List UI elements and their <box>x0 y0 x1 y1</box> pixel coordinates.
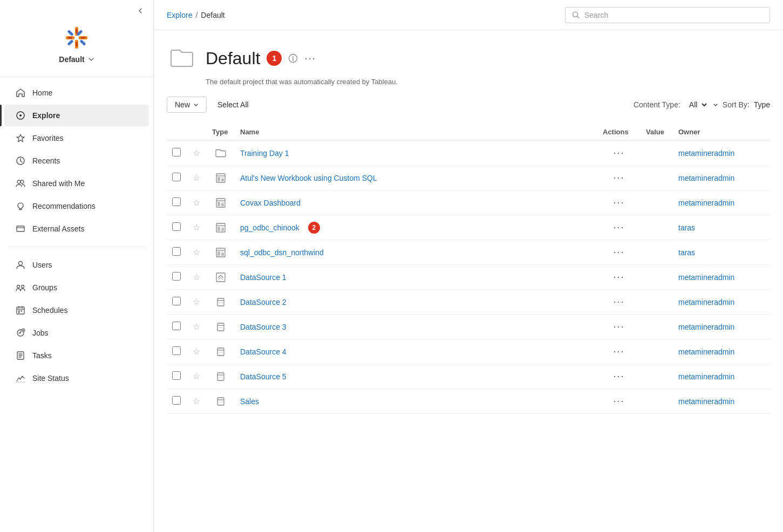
favorite-star-button[interactable]: ☆ <box>192 345 201 358</box>
sidebar-item-jobs[interactable]: Jobs <box>4 322 149 344</box>
favorite-star-button[interactable]: ☆ <box>192 320 201 333</box>
sidebar-item-site-status[interactable]: Site Status <box>4 367 149 389</box>
type-icon <box>212 147 229 159</box>
type-icon <box>212 296 229 308</box>
item-name-link[interactable]: sql_odbc_dsn_northwind <box>240 248 324 257</box>
sidebar-item-recents-label: Recents <box>32 156 60 165</box>
sidebar-item-explore[interactable]: Explore <box>4 105 149 126</box>
row-checkbox[interactable] <box>172 222 181 231</box>
owner-link[interactable]: metamineradmin <box>678 199 734 207</box>
sidebar-item-users[interactable]: Users <box>4 254 149 276</box>
sidebar-divider-1 <box>0 77 153 77</box>
item-name-link[interactable]: Sales <box>240 397 259 406</box>
jobs-icon <box>15 328 26 338</box>
favorite-star-button[interactable]: ☆ <box>192 172 201 184</box>
actions-menu-button[interactable]: ··· <box>610 171 628 185</box>
row-checkbox[interactable] <box>172 371 181 380</box>
schedules-icon <box>15 305 26 316</box>
actions-menu-button[interactable]: ··· <box>610 245 628 259</box>
item-name-link[interactable]: DataSource 3 <box>240 323 287 331</box>
sidebar-item-recents[interactable]: Recents <box>4 150 149 172</box>
row-checkbox[interactable] <box>172 322 181 330</box>
owner-link[interactable]: metamineradmin <box>678 273 734 282</box>
actions-menu-button[interactable]: ··· <box>610 270 628 284</box>
svg-line-17 <box>21 161 22 162</box>
item-name-link[interactable]: Atul's New Workbook using Custom SQL <box>240 174 377 182</box>
sidebar-item-groups[interactable]: Groups <box>4 277 149 298</box>
actions-menu-button[interactable]: ··· <box>610 295 628 309</box>
sidebar-item-external-assets[interactable]: External Assets <box>4 218 149 240</box>
actions-menu-button[interactable]: ··· <box>610 394 628 408</box>
row-checkbox[interactable] <box>172 148 181 156</box>
owner-link[interactable]: metamineradmin <box>678 174 734 182</box>
row-type-cell <box>207 290 235 315</box>
svg-point-13 <box>19 114 22 117</box>
row-checkbox[interactable] <box>172 272 181 281</box>
new-button[interactable]: New <box>167 97 207 113</box>
sidebar-item-shared[interactable]: Shared with Me <box>4 173 149 194</box>
owner-link[interactable]: metamineradmin <box>678 323 734 331</box>
actions-menu-button[interactable]: ··· <box>610 345 628 358</box>
content-type-select[interactable]: All <box>685 98 709 112</box>
owner-link[interactable]: metamineradmin <box>678 347 734 356</box>
sidebar-item-recommendations[interactable]: Recommendations <box>4 195 149 217</box>
row-actions-cell: ··· <box>597 290 641 315</box>
actions-menu-button[interactable]: ··· <box>610 196 628 209</box>
sidebar-item-jobs-label: Jobs <box>32 329 49 337</box>
row-star-cell: ☆ <box>186 190 207 215</box>
item-name-link[interactable]: DataSource 5 <box>240 372 287 381</box>
favorite-star-button[interactable]: ☆ <box>192 296 201 308</box>
breadcrumb-explore-link[interactable]: Explore <box>167 11 192 19</box>
item-name-link[interactable]: DataSource 4 <box>240 347 287 356</box>
row-checkbox[interactable] <box>172 346 181 355</box>
search-box[interactable] <box>565 7 770 23</box>
row-value-cell <box>641 190 673 215</box>
sidebar-item-home[interactable]: Home <box>4 82 149 104</box>
row-checkbox[interactable] <box>172 247 181 256</box>
actions-menu-button[interactable]: ··· <box>610 146 628 160</box>
collapse-sidebar-button[interactable] <box>0 0 153 19</box>
sidebar-item-schedules[interactable]: Schedules <box>4 299 149 321</box>
sidebar-item-schedules-label: Schedules <box>32 306 67 315</box>
item-name-link[interactable]: Covax Dashboard <box>240 199 301 207</box>
search-input[interactable] <box>584 11 763 19</box>
site-selector[interactable]: Default <box>59 55 94 64</box>
row-checkbox[interactable] <box>172 197 181 206</box>
owner-link[interactable]: metamineradmin <box>678 149 734 158</box>
table-row: ☆ sql_odbc_dsn_northwind ··· taras <box>167 240 770 265</box>
favorite-star-button[interactable]: ☆ <box>192 221 201 234</box>
owner-link[interactable]: metamineradmin <box>678 298 734 306</box>
select-all-button[interactable]: Select All <box>215 97 251 112</box>
logo-area: Default <box>0 19 153 72</box>
row-checkbox[interactable] <box>172 396 181 405</box>
favorite-star-button[interactable]: ☆ <box>192 395 201 407</box>
sidebar-section-divider <box>9 247 145 247</box>
row-checkbox[interactable] <box>172 173 181 181</box>
sidebar-item-favorites[interactable]: Favorites <box>4 127 149 149</box>
owner-link[interactable]: metamineradmin <box>678 397 734 406</box>
row-type-cell <box>207 364 235 389</box>
owner-link[interactable]: taras <box>678 223 695 232</box>
item-name-link[interactable]: DataSource 1 <box>240 273 287 282</box>
row-type-cell <box>207 389 235 414</box>
actions-menu-button[interactable]: ··· <box>610 221 628 234</box>
item-name-link[interactable]: pg_odbc_chinook <box>240 223 299 232</box>
more-options-icon[interactable]: ··· <box>304 53 316 64</box>
toolbar: New Select All Content Type: All Sort By… <box>167 97 770 113</box>
row-checkbox[interactable] <box>172 297 181 305</box>
toolbar-right: Content Type: All Sort By: Type <box>634 98 770 112</box>
item-name-link[interactable]: DataSource 2 <box>240 298 287 306</box>
favorite-star-button[interactable]: ☆ <box>192 196 201 209</box>
sidebar-item-tasks[interactable]: Tasks <box>4 345 149 366</box>
favorite-star-button[interactable]: ☆ <box>192 271 201 283</box>
info-icon[interactable] <box>288 53 298 63</box>
owner-link[interactable]: taras <box>678 248 695 257</box>
favorite-star-button[interactable]: ☆ <box>192 147 201 159</box>
page-description: The default project that was automatical… <box>206 78 770 86</box>
owner-link[interactable]: metamineradmin <box>678 372 734 381</box>
actions-menu-button[interactable]: ··· <box>610 370 628 383</box>
actions-menu-button[interactable]: ··· <box>610 320 628 333</box>
favorite-star-button[interactable]: ☆ <box>192 246 201 258</box>
item-name-link[interactable]: Training Day 1 <box>240 149 289 158</box>
favorite-star-button[interactable]: ☆ <box>192 370 201 383</box>
